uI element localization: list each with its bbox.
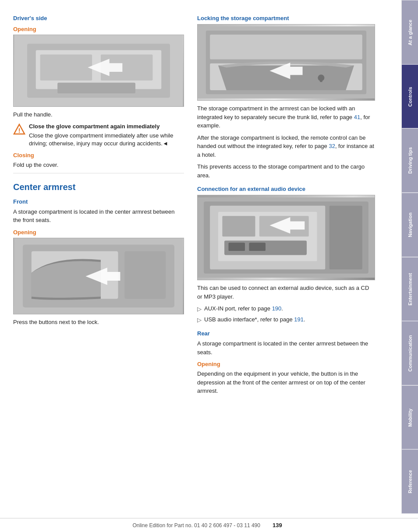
locking-body2: After the storage compartment is locked,… bbox=[197, 134, 375, 159]
closing-title: Closing bbox=[13, 152, 184, 159]
divider bbox=[13, 173, 184, 173]
svg-rect-20 bbox=[320, 78, 322, 82]
rear-title: Rear bbox=[197, 330, 375, 337]
svg-rect-16 bbox=[210, 35, 362, 59]
bullet-aux-text: AUX-IN port, refer to page 190. bbox=[204, 304, 283, 313]
drivers-side-title: Driver's side bbox=[13, 15, 184, 21]
bullet-arrow-1: ▷ bbox=[197, 305, 202, 314]
svg-text:!: ! bbox=[18, 127, 21, 134]
front-body: A storage compartment is located in the … bbox=[13, 208, 184, 225]
rear-body: A storage compartment is located in the … bbox=[197, 339, 375, 356]
locking-title: Locking the storage compartment bbox=[197, 15, 375, 21]
closing-instruction: Fold up the cover. bbox=[13, 161, 184, 169]
sidebar-tab-controls[interactable]: Controls bbox=[402, 64, 418, 129]
opening3-body: Depending on the equipment in your vehic… bbox=[197, 370, 375, 395]
svg-rect-30 bbox=[249, 243, 266, 251]
opening-title-3: Opening bbox=[197, 361, 375, 367]
sidebar-tab-at-a-glance[interactable]: At a glance bbox=[402, 0, 418, 64]
link-191[interactable]: 191 bbox=[294, 316, 304, 323]
sidebar-tab-navigation[interactable]: Navigation bbox=[402, 193, 418, 257]
warning-box: ! Close the glove compartment again imme… bbox=[13, 123, 184, 148]
link-190[interactable]: 190 bbox=[272, 305, 282, 312]
bullet-usb: ▷ USB audio interface*, refer to page 19… bbox=[197, 315, 375, 324]
glove-open-image bbox=[13, 35, 184, 107]
bullet-usb-text: USB audio interface*, refer to page 191. bbox=[204, 315, 305, 324]
footer: Online Edition for Part no. 01 40 2 606 … bbox=[0, 518, 418, 532]
armrest-open-image bbox=[13, 238, 184, 314]
sidebar-tab-driving-tips[interactable]: Driving tips bbox=[402, 128, 418, 193]
locking-body3: This prevents access to the storage comp… bbox=[197, 162, 375, 180]
storage-lock-image bbox=[197, 24, 375, 101]
sidebar: At a glance Controls Driving tips Naviga… bbox=[401, 0, 418, 514]
svg-rect-29 bbox=[228, 243, 245, 251]
front-title: Front bbox=[13, 198, 184, 205]
locking-body1: The storage compartment in the armrest c… bbox=[197, 104, 375, 130]
opening-instruction: Pull the handle. bbox=[13, 110, 184, 119]
connection-title: Connection for an external audio device bbox=[197, 186, 375, 192]
warning-icon: ! bbox=[13, 123, 25, 136]
right-column: Locking the storage compartment bbox=[197, 9, 375, 505]
bullet-aux: ▷ AUX-IN port, refer to page 190. bbox=[197, 304, 375, 314]
opening-title-1: Opening bbox=[13, 26, 184, 32]
warning-text: Close the glove compartment again immedi… bbox=[29, 123, 184, 148]
svg-rect-3 bbox=[40, 54, 92, 80]
left-column: Driver's side Opening Pull the handle. bbox=[13, 9, 184, 505]
connection-body: This can be used to connect an external … bbox=[197, 284, 375, 301]
center-armrest-title: Center armrest bbox=[13, 182, 184, 192]
footer-text: Online Edition for Part no. 01 40 2 606 … bbox=[132, 522, 260, 528]
link-41[interactable]: 41 bbox=[354, 114, 360, 120]
svg-rect-24 bbox=[329, 206, 362, 270]
sidebar-tab-mobility[interactable]: Mobility bbox=[402, 385, 418, 450]
link-32[interactable]: 32 bbox=[329, 143, 335, 149]
sidebar-tab-entertainment[interactable]: Entertainment bbox=[402, 257, 418, 321]
audio-connection-image bbox=[197, 195, 375, 280]
opening2-instruction: Press the buttons next to the lock. bbox=[13, 318, 184, 327]
sidebar-tab-reference[interactable]: Reference bbox=[402, 449, 418, 514]
bullet-arrow-2: ▷ bbox=[197, 316, 202, 324]
svg-rect-26 bbox=[222, 216, 255, 236]
opening-title-2: Opening bbox=[13, 229, 184, 236]
page-number: 139 bbox=[273, 522, 282, 528]
svg-rect-6 bbox=[57, 83, 135, 94]
svg-rect-12 bbox=[124, 251, 166, 299]
sidebar-tab-communication[interactable]: Communication bbox=[402, 321, 418, 385]
